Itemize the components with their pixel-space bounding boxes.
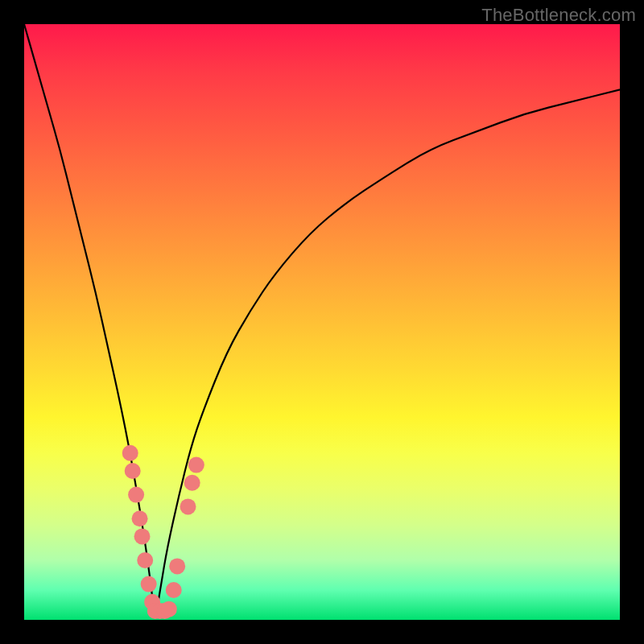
scatter-dot [188, 457, 204, 473]
scatter-dot [132, 510, 148, 526]
scatter-dot [169, 558, 185, 574]
scatter-dot [184, 475, 200, 491]
chart-frame: TheBottleneck.com [0, 0, 644, 644]
chart-svg [24, 24, 620, 620]
watermark-text: TheBottleneck.com [481, 5, 636, 26]
scatter-dot [137, 552, 153, 568]
scatter-dot [180, 498, 196, 514]
bottleneck-curve [24, 24, 620, 609]
plot-area [24, 24, 620, 620]
scatter-dot [141, 576, 157, 592]
scatter-dot [161, 601, 177, 617]
scatter-dot [128, 487, 144, 503]
scatter-dots [122, 445, 204, 619]
scatter-dot [166, 582, 182, 598]
scatter-dot [125, 463, 141, 479]
scatter-dot [134, 528, 151, 544]
scatter-dot [122, 445, 138, 461]
